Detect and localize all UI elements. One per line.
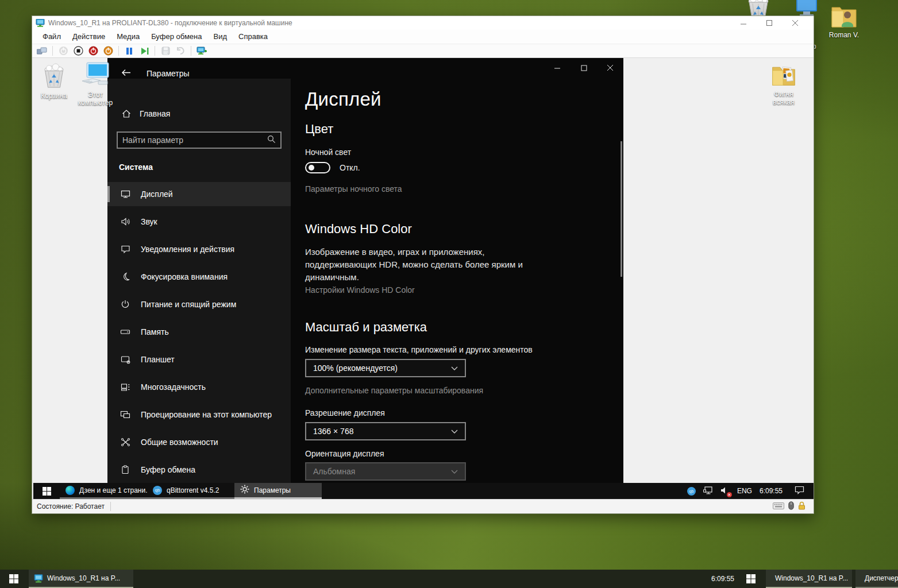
orientation-dropdown: Альбомная [305, 462, 466, 481]
night-light-settings-link[interactable]: Параметры ночного света [305, 184, 623, 194]
menu-action[interactable]: Действие [67, 29, 111, 44]
sidebar-item-projecting[interactable]: Проецирование на этот компьютер [107, 403, 291, 427]
vm-task-label: qBittorrent v4.5.2 [167, 486, 219, 494]
night-light-label: Ночной свет [305, 147, 623, 157]
host-task-vmconnect[interactable]: Windows_10_R1 на P... [29, 570, 133, 588]
mute-badge: ✕ [727, 492, 732, 497]
windows-logo-icon [9, 574, 18, 583]
host-clock[interactable]: 6:09:55 [677, 570, 734, 588]
settings-search-input[interactable] [122, 136, 267, 145]
sidebar-item-display[interactable]: Дисплей [107, 182, 291, 206]
sidebar-item-label: Память [141, 327, 169, 336]
host-task-label: Windows_10_R1 на P... [47, 574, 120, 582]
volume-muted-tray-icon[interactable]: ✕ [720, 486, 730, 496]
pause-vm-button[interactable] [123, 45, 136, 57]
qbittorrent-tray-icon[interactable]: qb [687, 487, 696, 496]
vmconnect-minimize-button[interactable] [730, 17, 756, 29]
host-start-button-secondary[interactable] [737, 570, 765, 588]
sidebar-item-clipboard[interactable]: Буфер обмена [107, 458, 291, 482]
host-task-vmconnect-secondary[interactable]: Windows_10_R1 на P... [766, 570, 852, 588]
night-light-toggle[interactable] [305, 162, 330, 173]
vm-task-settings[interactable]: Параметры [234, 483, 322, 499]
vm-task-qbittorrent[interactable]: qb qBittorrent v4.5.2 [147, 483, 234, 499]
statusbar-separator [110, 502, 111, 511]
settings-content: Дисплей Цвет Ночной свет Откл. Параметры… [291, 79, 623, 483]
settings-search-box[interactable] [117, 131, 282, 149]
gear-icon [240, 485, 249, 496]
sidebar-item-notifications[interactable]: Уведомления и действия [107, 237, 291, 261]
vmconnect-maximize-button[interactable] [756, 17, 782, 29]
scale-label: Изменение размера текста, приложений и д… [305, 345, 623, 355]
vm-recycle-bin-label: Корзина [41, 92, 67, 100]
vm-task-label: Параметры [254, 486, 291, 494]
page-title: Дисплей [305, 87, 623, 112]
shutdown-vm-button[interactable] [87, 45, 99, 57]
sidebar-item-label: Фокусировка внимания [141, 272, 228, 281]
shutdown-guest-button[interactable] [102, 45, 114, 57]
resume-vm-button[interactable] [138, 45, 151, 57]
sidebar-item-sound[interactable]: Звук [107, 210, 291, 234]
ctrl-alt-del-button[interactable] [36, 45, 48, 57]
revert-vm-button [174, 45, 187, 57]
sidebar-item-label: Звук [141, 217, 157, 226]
back-arrow-icon[interactable] [121, 68, 131, 79]
settings-close-button[interactable] [597, 58, 623, 78]
settings-maximize-button[interactable] [571, 58, 597, 78]
projecting-icon [120, 409, 130, 420]
menu-help[interactable]: Справка [233, 29, 273, 44]
sidebar-item-focus[interactable]: Фокусировка внимания [107, 265, 291, 289]
host-user-folder-icon[interactable]: Roman V. [826, 3, 862, 39]
clipboard-icon [120, 465, 130, 475]
turn-off-vm-button[interactable] [72, 45, 84, 57]
vm-taskbar: Дзен и еще 1 страни... qb qBittorrent v4… [33, 483, 814, 499]
vm-task-edge[interactable]: Дзен и еще 1 страни... [60, 483, 147, 499]
menu-media[interactable]: Медиа [111, 29, 145, 44]
sidebar-item-label: Проецирование на этот компьютер [141, 410, 272, 419]
vm-clock[interactable]: 6:09:55 [760, 487, 783, 495]
vmconnect-title: Windows_10_R1 на PROLIANT-DL380 - подклю… [48, 19, 730, 27]
search-icon[interactable] [267, 135, 276, 146]
settings-minimize-button[interactable] [544, 58, 571, 78]
multitasking-icon [120, 382, 130, 392]
settings-scrollbar[interactable] [620, 141, 622, 277]
sidebar-item-storage[interactable]: Память [107, 320, 291, 344]
vmconnect-statusbar: Состояние: Работает [32, 499, 814, 513]
scale-dropdown-value: 100% (рекомендуется) [313, 363, 398, 373]
language-indicator[interactable]: ENG [737, 487, 752, 495]
vm-start-button[interactable] [33, 483, 60, 499]
vmconnect-toolbar [32, 44, 814, 58]
sidebar-item-shared-experiences[interactable]: Общие возможности [107, 430, 291, 454]
orientation-dropdown-value: Альбомная [313, 467, 355, 476]
menu-clipboard[interactable]: Буфер обмена [145, 29, 207, 44]
vm-stuff-folder-icon[interactable]: Фигня всякая [768, 62, 800, 106]
advanced-scaling-link[interactable]: Дополнительные параметры масштабирования [305, 385, 623, 396]
hdr-settings-link[interactable]: Настройки Windows HD Color [305, 285, 623, 295]
vmconnect-close-button[interactable] [782, 17, 808, 29]
vm-this-pc-icon[interactable]: Этот компьютер [77, 61, 114, 107]
vm-this-pc-label: Этот компьютер [78, 91, 113, 107]
sidebar-item-home[interactable]: Главная [107, 105, 291, 122]
host-task-hyperv-manager[interactable]: Диспетчер [855, 570, 898, 588]
action-center-icon[interactable] [795, 486, 804, 496]
sidebar-item-multitasking[interactable]: Многозадачность [107, 375, 291, 399]
settings-sidebar: Параметры Главная [107, 79, 291, 483]
vm-recycle-bin-icon[interactable]: Корзина [36, 63, 72, 100]
scale-dropdown[interactable]: 100% (рекомендуется) [305, 359, 466, 377]
network-tray-icon[interactable] [703, 486, 713, 496]
lock-status-icon [798, 501, 805, 512]
host-start-button[interactable] [0, 570, 28, 588]
qbittorrent-icon: qb [153, 486, 162, 495]
sidebar-item-tablet[interactable]: Планшет [107, 347, 291, 372]
menu-file[interactable]: Файл [37, 29, 67, 44]
sidebar-group-label: Система [119, 163, 291, 172]
shared-experiences-icon [120, 437, 130, 447]
home-icon [121, 109, 132, 119]
vmconnect-titlebar[interactable]: Windows_10_R1 на PROLIANT-DL380 - подклю… [32, 16, 814, 29]
resolution-dropdown[interactable]: 1366 × 768 [305, 422, 466, 440]
edge-icon [65, 486, 75, 495]
sidebar-item-power[interactable]: Питание и спящий режим [107, 292, 291, 316]
hyper-v-app-icon [36, 19, 45, 27]
checkpoint-button[interactable] [195, 45, 208, 57]
sidebar-item-label: Питание и спящий режим [141, 300, 236, 309]
menu-view[interactable]: Вид [207, 29, 233, 44]
